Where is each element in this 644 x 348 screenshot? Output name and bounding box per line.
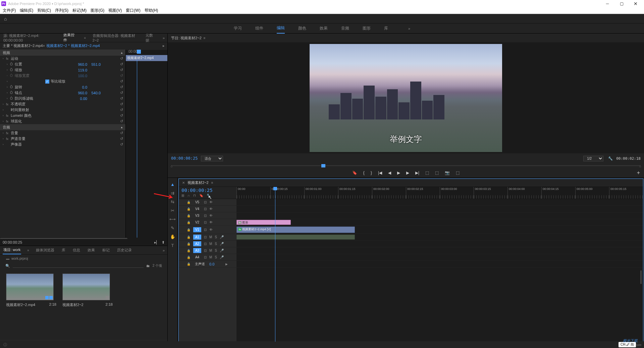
more-icon[interactable]: » [163, 248, 165, 252]
ec-effect-row[interactable]: ›fx运动↺ [0, 56, 126, 61]
workspace-tab[interactable]: 效果 [320, 23, 328, 33]
timeline-playhead[interactable] [275, 187, 275, 199]
video-clip[interactable]: fx视频素材2~2.mp4 [V] [236, 227, 355, 233]
menu-item[interactable]: 视图(V) [107, 8, 123, 13]
menu-item[interactable]: 剪辑(C) [36, 8, 52, 13]
panel-tab[interactable]: 媒体浏览器 [35, 246, 55, 254]
step-fwd-icon[interactable]: ▶ [406, 170, 409, 175]
program-scrubber[interactable]: ○ ○ [171, 163, 641, 168]
ec-property-row[interactable]: ›✓等比缩放↺ [0, 79, 126, 84]
ec-effect-row[interactable]: ›时间重映射↺ [0, 107, 126, 113]
snap-icon[interactable]: ⊞ [181, 194, 184, 197]
ec-property-row[interactable]: ›Ò缩放119.0↺ [0, 67, 126, 73]
add-marker-icon[interactable]: 🔖 [199, 194, 203, 197]
add-button-icon[interactable]: + [637, 170, 640, 176]
step-back-icon[interactable]: ◀ [388, 170, 391, 175]
workspace-tab[interactable]: 学习 [234, 23, 242, 33]
master-track-header[interactable]: 🔒主声道0.0► [179, 261, 236, 267]
more-icon[interactable]: » [163, 36, 165, 40]
track-select-tool[interactable]: ⇉ [170, 190, 176, 196]
ec-property-row[interactable]: ›Ò缩放宽度100.0↺ [0, 73, 126, 79]
ec-effect-row[interactable]: ›fxLumetri 颜色↺ [0, 113, 126, 118]
audio-track-lane[interactable] [236, 241, 643, 247]
workspace-tab[interactable]: 组件 [255, 23, 263, 33]
ripple-tool[interactable]: ⇆ [170, 199, 176, 205]
settings-icon[interactable]: 🔧 [608, 156, 613, 161]
panel-tab[interactable]: 库 [61, 246, 66, 254]
menu-item[interactable]: 帮助(H) [143, 8, 160, 13]
video-track-lane[interactable] [236, 206, 643, 212]
workspace-tab[interactable]: 库 [384, 23, 388, 33]
menu-item[interactable]: 窗口(W) [124, 8, 142, 13]
goto-out-icon[interactable]: ▶| [415, 170, 419, 175]
dropdown-icon[interactable]: ∨ [43, 44, 45, 47]
menu-item[interactable]: 标记(M) [71, 8, 88, 13]
menu-item[interactable]: 编辑(E) [18, 8, 35, 13]
razor-tool[interactable]: ✂ [170, 207, 176, 213]
ec-property-row[interactable]: ›Ò旋转0.0↺ [0, 84, 126, 90]
audio-track-header[interactable]: 🔒A1⊡MS🎤 [179, 234, 236, 241]
audio-track-header[interactable]: 🔒A4⊡MS🎤 [179, 254, 236, 261]
play-icon[interactable]: ▶ [397, 170, 400, 175]
slip-tool[interactable]: ⟷ [170, 216, 176, 222]
graphic-clip[interactable]: fx图形 [236, 220, 291, 225]
export-frame-icon[interactable]: 📷 [445, 170, 450, 175]
video-track-lane[interactable]: fx图形 [236, 219, 643, 226]
selection-tool[interactable]: ▲ [170, 181, 176, 187]
tab-menu-icon[interactable]: ≡ [27, 249, 29, 252]
panel-tab[interactable]: 标记 [102, 246, 110, 254]
ec-playhead-marker[interactable] [137, 50, 141, 54]
settings-icon[interactable]: 🔧 [207, 194, 211, 197]
resolution-select[interactable]: 1/2 [583, 156, 603, 161]
panel-tab[interactable]: 音频剪辑混合器: 视频素材2~2 [92, 32, 139, 44]
timeline-timecode[interactable]: 00:00:00:25 [181, 188, 234, 193]
tab-menu-icon[interactable]: ≡ [84, 36, 86, 40]
goto-in-icon[interactable]: |◀ [378, 170, 382, 175]
search-icon[interactable]: 🔍 [5, 264, 10, 268]
workspace-tab[interactable]: 图形 [363, 23, 371, 33]
video-track-lane[interactable]: fx视频素材2~2.mp4 [V] [236, 226, 643, 234]
audio-track-header[interactable]: 🔒A3⊡MS🎤 [179, 247, 236, 254]
panel-tab[interactable]: 效果 [87, 246, 96, 254]
compare-icon[interactable]: ⬚ [456, 170, 460, 175]
search-input[interactable] [13, 264, 144, 268]
in-point-icon[interactable]: { [363, 170, 365, 175]
ec-property-row[interactable]: ›Ò位置960.0551.0↺ [0, 61, 126, 67]
workspace-tab[interactable]: 编辑 [277, 23, 285, 34]
menu-item[interactable]: 文件(F) [1, 8, 17, 13]
ec-property-row[interactable]: ›Ò防闪烁滤镜0.00↺ [0, 96, 126, 101]
out-point-icon[interactable]: } [371, 170, 372, 175]
panel-tab[interactable]: 信息 [72, 246, 81, 254]
minimize-button[interactable]: ─ [600, 0, 614, 7]
more-icon[interactable]: » [408, 27, 410, 31]
play-icon[interactable]: ▸ [163, 44, 165, 48]
workspace-tab[interactable]: 音频 [341, 23, 349, 33]
panel-menu-icon[interactable]: ≡ [211, 181, 213, 185]
ec-mini-timeline[interactable]: :00:00 视频素材2~2.mp4 [125, 50, 167, 243]
panel-tab[interactable]: 项目: work [3, 246, 21, 254]
video-track-lane[interactable] [236, 212, 643, 219]
project-item[interactable]: 视频素材2~2.mp42:18 [6, 274, 56, 336]
video-track-header[interactable]: 🔒V1⊡👁 [179, 226, 236, 234]
menu-item[interactable]: 图形(G) [89, 8, 106, 13]
panel-tab[interactable]: 源: 视频素材2~2.mp4: 00:00:00:00 [3, 32, 57, 44]
ec-play-icon[interactable]: ▸▏ [154, 240, 159, 245]
ec-export-icon[interactable]: ⬆ [162, 240, 165, 245]
panel-tab[interactable]: 历史记录 [116, 246, 132, 254]
hand-tool[interactable]: ✋ [170, 234, 176, 240]
timeline-ruler[interactable]: 00:0000:00:00:1500:00:01:0000:00:01:1500… [236, 187, 643, 199]
marker-icon[interactable]: ⊓ [193, 194, 196, 197]
close-sequence-icon[interactable]: ✕ [182, 181, 185, 185]
panel-menu-icon[interactable]: ≡ [204, 36, 206, 40]
audio-track-lane[interactable] [236, 234, 643, 241]
ec-section-header[interactable]: 音频▲ [0, 124, 126, 130]
ec-property-row[interactable]: ›Ò锚点960.0540.0↺ [0, 90, 126, 96]
project-item[interactable]: 视频素材2~22:18 [62, 274, 113, 336]
video-track-lane[interactable] [236, 199, 643, 206]
extract-icon[interactable]: ⬚ [435, 170, 439, 175]
marker-icon[interactable]: 🔖 [352, 170, 357, 175]
audio-track-lane[interactable] [236, 247, 643, 254]
audio-track-header[interactable]: 🔒A2⊡MS🎤 [179, 241, 236, 247]
filter-bin-icon[interactable]: 🖿 [146, 264, 150, 268]
link-icon[interactable]: ∩ [187, 194, 190, 197]
